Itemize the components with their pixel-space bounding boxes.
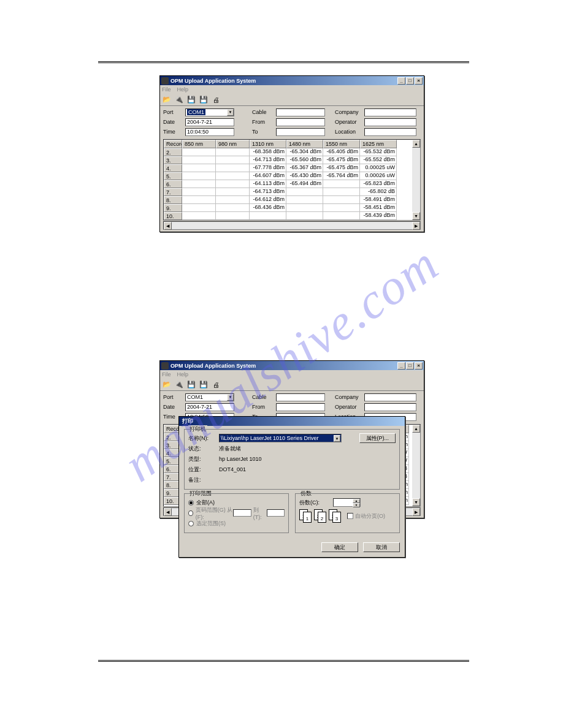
minimize-button[interactable]: _ (397, 77, 405, 85)
cell-980nm[interactable] (216, 180, 250, 188)
company-input[interactable] (364, 108, 416, 116)
table-row[interactable]: 8.-64.612 dBm-58.491 dBm (164, 196, 420, 204)
dropdown-icon[interactable]: ▼ (227, 394, 234, 401)
data-grid[interactable]: Record 850 nm 980 nm 1310 nm 1480 nm 155… (163, 139, 421, 221)
scroll-right-icon[interactable]: ▶ (412, 222, 420, 230)
cell-1310nm[interactable]: -68.436 dBm (250, 204, 286, 212)
scroll-down-icon[interactable]: ▼ (412, 498, 420, 506)
cell-1625nm[interactable]: -65.823 dBm (360, 180, 397, 188)
cell-1480nm[interactable]: -65.560 dBm (286, 156, 323, 164)
cell-850nm[interactable] (182, 180, 216, 188)
pages-from-input[interactable] (233, 509, 251, 517)
cell-1310nm[interactable]: -64.713 dBm (250, 156, 286, 164)
cell-1310nm[interactable]: -64.607 dBm (250, 172, 286, 180)
cell-1625nm[interactable]: -58.491 dBm (360, 196, 397, 204)
scroll-up-icon[interactable]: ▲ (412, 425, 420, 433)
cell-1480nm[interactable]: -65.494 dBm (286, 180, 323, 188)
minimize-button[interactable]: _ (397, 362, 405, 370)
close-button[interactable]: × (415, 77, 423, 85)
cell-1550nm[interactable]: -65.475 dBm (323, 156, 360, 164)
cell-850nm[interactable] (182, 156, 216, 164)
printer-name-select[interactable]: \\Lixiyan\hp LaserJet 1010 Series Driver… (219, 434, 342, 442)
cell-1625nm[interactable]: -65.552 dBm (360, 156, 397, 164)
dropdown-icon[interactable]: ▼ (334, 435, 340, 442)
cell-980nm[interactable] (216, 196, 250, 204)
properties-button[interactable]: 属性(P)... (359, 433, 396, 443)
cell-1625nm[interactable]: 0.00025 uW (360, 164, 397, 172)
print-icon[interactable]: 🖨 (212, 381, 220, 389)
dropdown-icon[interactable]: ▼ (227, 109, 234, 116)
cell-1550nm[interactable]: -65.764 dBm (323, 172, 360, 180)
cell-1550nm[interactable] (323, 212, 360, 220)
header-1550nm[interactable]: 1550 nm (323, 140, 360, 148)
cell-980nm[interactable] (216, 204, 250, 212)
save-icon[interactable]: 💾 (199, 381, 208, 389)
cell-1480nm[interactable] (286, 204, 323, 212)
header-record[interactable]: Record (164, 140, 182, 148)
table-row[interactable]: 5.-64.607 dBm-65.430 dBm-65.764 dBm0.000… (164, 172, 420, 180)
open-icon[interactable]: 📂 (163, 96, 171, 104)
cell-980nm[interactable] (216, 148, 250, 156)
scroll-right-icon[interactable]: ▶ (412, 508, 420, 516)
print-icon[interactable]: 🖨 (212, 96, 220, 104)
connect-icon[interactable]: 🔌 (175, 96, 183, 104)
table-row[interactable]: 3.-64.713 dBm-65.560 dBm-65.475 dBm-65.5… (164, 156, 420, 164)
connect-icon[interactable]: 🔌 (175, 381, 183, 389)
company-input[interactable] (364, 393, 416, 401)
cell-850nm[interactable] (182, 196, 216, 204)
cell-850nm[interactable] (182, 164, 216, 172)
cell-980nm[interactable] (216, 164, 250, 172)
menu-file[interactable]: File (162, 86, 171, 93)
cell-980nm[interactable] (216, 212, 250, 220)
cell-980nm[interactable] (216, 188, 250, 196)
menu-help[interactable]: Help (177, 86, 189, 93)
cell-850nm[interactable] (182, 148, 216, 156)
cell-1480nm[interactable] (286, 188, 323, 196)
cell-1625nm[interactable]: -58.439 dBm (360, 212, 397, 220)
cell-1550nm[interactable] (323, 188, 360, 196)
cell-1550nm[interactable]: -65.475 dBm (323, 164, 360, 172)
date-input[interactable]: 2004-7-21 (185, 403, 234, 411)
maximize-button[interactable]: □ (406, 77, 414, 85)
radio-all[interactable] (188, 500, 194, 506)
time-input[interactable]: 10:04:50 (185, 128, 234, 136)
table-row[interactable]: 6.-64.113 dBm-65.494 dBm-65.823 dBm (164, 180, 420, 188)
cell-850nm[interactable] (182, 212, 216, 220)
cell-980nm[interactable] (216, 172, 250, 180)
maximize-button[interactable]: □ (406, 362, 414, 370)
cell-1480nm[interactable] (286, 212, 323, 220)
radio-pages[interactable] (188, 510, 193, 516)
table-row[interactable]: 2.-68.358 dBm-65.304 dBm-65.405 dBm-65.5… (164, 148, 420, 156)
cell-980nm[interactable] (216, 156, 250, 164)
cell-1550nm[interactable]: -65.405 dBm (323, 148, 360, 156)
cable-input[interactable] (276, 393, 325, 401)
close-button[interactable]: × (415, 362, 423, 370)
titlebar[interactable]: OPM Upload Application System _ □ × (160, 361, 424, 370)
cell-1625nm[interactable]: -65.532 dBm (360, 148, 397, 156)
scroll-left-icon[interactable]: ◀ (164, 222, 172, 230)
copies-input[interactable]: 1 ▲▼ (333, 498, 361, 507)
horizontal-scrollbar[interactable]: ◀ ▶ (163, 221, 421, 230)
from-input[interactable] (276, 118, 325, 126)
cell-1310nm[interactable]: -67.778 dBm (250, 164, 286, 172)
cell-850nm[interactable] (182, 188, 216, 196)
table-row[interactable]: 9.-68.436 dBm-58.451 dBm (164, 204, 420, 212)
disk-icon[interactable]: 💾 (187, 381, 196, 389)
table-row[interactable]: 7.-64.713 dBm-65.802 dB (164, 188, 420, 196)
cell-1310nm[interactable]: -64.612 dBm (250, 196, 286, 204)
disk-icon[interactable]: 💾 (187, 96, 196, 104)
header-980nm[interactable]: 980 nm (216, 140, 250, 148)
scroll-left-icon[interactable]: ◀ (164, 508, 172, 516)
cell-1310nm[interactable] (250, 212, 286, 220)
operator-input[interactable] (364, 118, 416, 126)
collate-checkbox[interactable] (347, 513, 353, 519)
table-row[interactable]: 4.-67.778 dBm-65.367 dBm-65.475 dBm0.000… (164, 164, 420, 172)
spinner-buttons[interactable]: ▲▼ (353, 499, 360, 506)
header-1310nm[interactable]: 1310 nm (250, 140, 286, 148)
from-input[interactable] (276, 403, 325, 411)
cell-850nm[interactable] (182, 204, 216, 212)
cell-850nm[interactable] (182, 172, 216, 180)
pages-to-input[interactable] (267, 509, 285, 517)
cell-1310nm[interactable]: -64.713 dBm (250, 188, 286, 196)
open-icon[interactable]: 📂 (163, 381, 171, 389)
